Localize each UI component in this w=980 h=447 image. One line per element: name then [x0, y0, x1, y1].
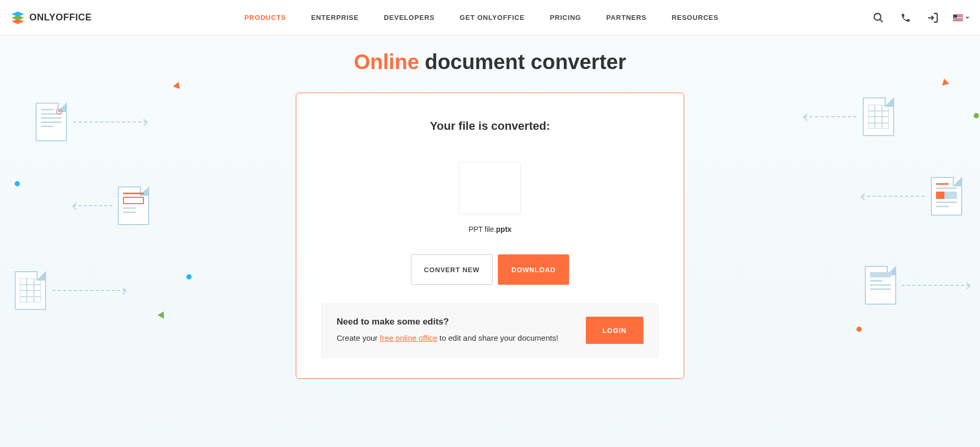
triangle-decor-icon: [158, 311, 164, 319]
convert-new-button[interactable]: CONVERT NEW: [411, 254, 493, 285]
dash-arrow-icon: [862, 196, 925, 197]
file-name: PPT file.pptx: [321, 225, 659, 233]
doc-decor-icon: [931, 177, 962, 216]
file-basename: PPT file.: [469, 225, 496, 233]
doc-decor-icon: [863, 97, 894, 136]
flag-us-icon: [953, 14, 963, 21]
dash-arrow-icon: [73, 121, 147, 122]
doc-decor-icon: [118, 186, 149, 225]
cta-text: Need to make some edits? Create your fre…: [337, 317, 558, 344]
cta-heading: Need to make some edits?: [337, 317, 558, 327]
cta-text-after: to edit and share your documents!: [437, 333, 558, 342]
nav-pricing[interactable]: PRICING: [550, 14, 581, 21]
chevron-down-icon: [965, 17, 970, 19]
doc-decor-icon: [865, 266, 896, 305]
cta-paragraph: Create your free online office to edit a…: [337, 332, 558, 344]
svg-line-4: [880, 19, 883, 22]
brand-name: ONLYOFFICE: [29, 12, 92, 23]
header: ONLYOFFICE PRODUCTS ENTERPRISE DEVELOPER…: [0, 0, 980, 36]
triangle-decor-icon: [941, 77, 950, 85]
card-heading: Your file is converted:: [321, 119, 659, 133]
converter-card: Your file is converted: PPT file.pptx CO…: [296, 93, 684, 379]
dot-decor-icon: [856, 327, 862, 332]
dot-decor-icon: [186, 274, 192, 280]
login-icon[interactable]: [926, 10, 940, 25]
page-title-rest: document converter: [419, 50, 626, 73]
free-office-link[interactable]: free online office: [380, 333, 438, 342]
svg-marker-2: [12, 12, 24, 17]
login-button[interactable]: LOGIN: [586, 317, 643, 344]
main-nav: PRODUCTS ENTERPRISE DEVELOPERS GET ONLYO…: [244, 14, 719, 21]
header-actions: [871, 10, 970, 25]
nav-resources[interactable]: RESOURCES: [672, 14, 719, 21]
dash-arrow-icon: [804, 116, 856, 117]
nav-get-onlyoffice[interactable]: GET ONLYOFFICE: [460, 14, 525, 21]
language-selector[interactable]: [953, 14, 970, 21]
dot-decor-icon: [15, 181, 20, 186]
file-thumbnail: [459, 162, 521, 214]
search-icon[interactable]: [871, 10, 886, 25]
dot-decor-icon: [974, 113, 979, 118]
logo-icon: [10, 10, 25, 25]
page-title: Online document converter: [0, 50, 980, 74]
svg-point-3: [874, 13, 881, 20]
nav-products[interactable]: PRODUCTS: [244, 14, 286, 21]
phone-icon[interactable]: [898, 10, 913, 25]
hero-section: Online document converter Your file is c…: [0, 36, 980, 447]
button-row: CONVERT NEW DOWNLOAD: [321, 254, 659, 285]
cta-text-before: Create your: [337, 333, 380, 342]
page-title-accent: Online: [354, 50, 419, 73]
svg-point-6: [57, 109, 62, 115]
dash-arrow-icon: [73, 205, 113, 206]
nav-partners[interactable]: PARTNERS: [606, 14, 647, 21]
nav-developers[interactable]: DEVELOPERS: [384, 14, 435, 21]
dash-arrow-icon: [52, 290, 126, 291]
triangle-decor-icon: [173, 81, 182, 89]
brand-logo[interactable]: ONLYOFFICE: [10, 10, 92, 25]
dash-arrow-icon: [901, 285, 970, 286]
download-button[interactable]: DOWNLOAD: [498, 254, 569, 285]
cta-box: Need to make some edits? Create your fre…: [321, 304, 659, 357]
doc-decor-icon: [36, 103, 67, 141]
nav-enterprise[interactable]: ENTERPRISE: [311, 14, 359, 21]
file-extension: pptx: [496, 225, 512, 233]
doc-decor-icon: [15, 271, 46, 310]
